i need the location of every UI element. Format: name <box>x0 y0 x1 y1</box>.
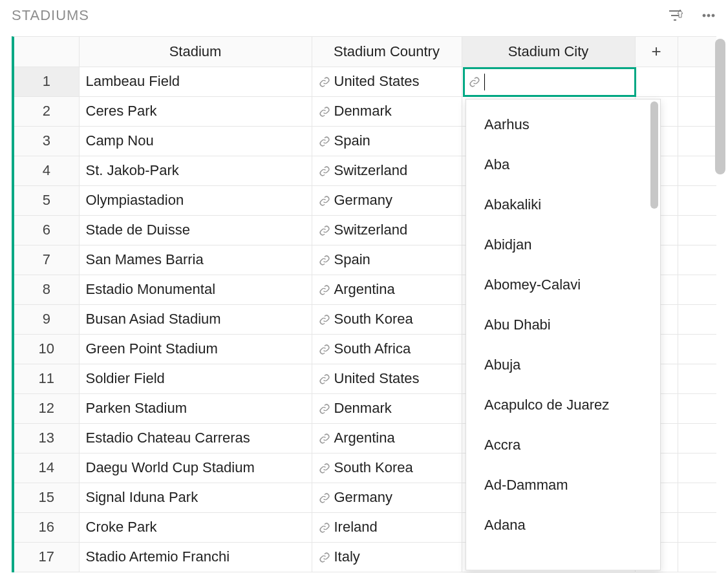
row-number-cell[interactable]: 4 <box>14 156 79 185</box>
row-number-cell[interactable]: 15 <box>14 483 79 512</box>
row-number-cell[interactable]: 11 <box>14 364 79 393</box>
stadium-cell[interactable]: Estadio Chateau Carreras <box>79 423 312 453</box>
row-number-header[interactable] <box>14 37 79 67</box>
stadium-cell[interactable]: Busan Asiad Stadium <box>79 304 312 334</box>
country-cell[interactable]: South Africa <box>312 334 462 364</box>
row-number-cell[interactable]: 2 <box>14 96 79 126</box>
row-number-cell[interactable]: 6 <box>14 215 79 245</box>
row-number-cell[interactable]: 9 <box>14 304 79 334</box>
dropdown-item[interactable]: Ad-Dammam <box>466 465 660 505</box>
stadium-cell[interactable]: Ceres Park <box>79 96 312 126</box>
country-cell[interactable]: Denmark <box>312 96 462 126</box>
country-cell[interactable]: South Korea <box>312 304 462 334</box>
svg-point-1 <box>707 14 710 17</box>
stadium-cell[interactable]: Green Point Stadium <box>79 334 312 364</box>
row-spacer <box>678 512 716 542</box>
row-spacer <box>678 304 716 334</box>
city-edit-cell[interactable] <box>463 67 636 97</box>
stadium-cell[interactable]: Camp Nou <box>79 126 312 156</box>
dropdown-item[interactable]: Aarhus <box>466 105 660 145</box>
dropdown-item[interactable]: Abu Dhabi <box>466 305 660 345</box>
column-header-country[interactable]: Stadium Country <box>312 37 462 67</box>
country-cell[interactable]: Switzerland <box>312 156 462 185</box>
country-cell[interactable]: Spain <box>312 126 462 156</box>
city-dropdown[interactable]: AarhusAbaAbakalikiAbidjanAbomey-CalaviAb… <box>466 99 661 570</box>
stadium-cell[interactable]: Olympiastadion <box>79 185 312 215</box>
dropdown-item[interactable]: Aba <box>466 145 660 185</box>
row-number-cell[interactable]: 3 <box>14 126 79 156</box>
page-scrollbar-thumb[interactable] <box>715 39 725 174</box>
country-cell[interactable]: United States <box>312 67 462 96</box>
dropdown-item[interactable]: Abuja <box>466 345 660 385</box>
table-title: STADIUMS <box>12 7 89 24</box>
country-value: Argentina <box>334 281 395 297</box>
country-cell[interactable]: South Korea <box>312 453 462 483</box>
link-icon <box>319 165 330 177</box>
row-spacer <box>678 364 716 393</box>
app-root: STADIUMS Stadium Stadium Country Stadium… <box>0 0 728 573</box>
page-scrollbar[interactable] <box>715 39 725 573</box>
stadium-cell[interactable]: St. Jakob-Park <box>79 156 312 185</box>
row-spacer <box>678 156 716 185</box>
country-cell[interactable]: Argentina <box>312 423 462 453</box>
row-number-cell[interactable]: 17 <box>14 542 79 572</box>
row-spacer <box>678 275 716 304</box>
stadium-cell[interactable]: Lambeau Field <box>79 67 312 96</box>
row-number-cell[interactable]: 13 <box>14 423 79 453</box>
row-spacer <box>678 185 716 215</box>
dropdown-item[interactable]: Accra <box>466 425 660 465</box>
country-value: Denmark <box>334 400 392 416</box>
stadium-cell[interactable]: Soldier Field <box>79 364 312 393</box>
dropdown-scrollbar-thumb[interactable] <box>650 101 658 209</box>
country-cell[interactable]: Switzerland <box>312 215 462 245</box>
link-icon <box>319 255 330 266</box>
stadium-cell[interactable]: San Mames Barria <box>79 245 312 275</box>
country-cell[interactable]: Germany <box>312 483 462 512</box>
stadium-cell[interactable]: Signal Iduna Park <box>79 483 312 512</box>
country-cell[interactable]: United States <box>312 364 462 393</box>
dropdown-item[interactable]: Abakaliki <box>466 185 660 225</box>
stadium-cell[interactable]: Daegu World Cup Stadium <box>79 453 312 483</box>
stadium-cell[interactable]: Stade de Duisse <box>79 215 312 245</box>
country-value: Spain <box>334 251 370 267</box>
filter-icon[interactable] <box>667 8 683 23</box>
row-number-cell[interactable]: 1 <box>14 67 79 96</box>
country-value: Germany <box>334 489 392 505</box>
add-column-button[interactable]: + <box>635 37 678 67</box>
dropdown-item[interactable]: Abomey-Calavi <box>466 265 660 305</box>
stadium-cell[interactable]: Estadio Monumental <box>79 275 312 304</box>
row-number-cell[interactable]: 8 <box>14 275 79 304</box>
row-number-cell[interactable]: 12 <box>14 393 79 423</box>
row-number-cell[interactable]: 10 <box>14 334 79 364</box>
dropdown-scrollbar[interactable] <box>650 101 658 568</box>
link-icon <box>319 403 330 415</box>
more-icon[interactable] <box>701 8 716 23</box>
country-value: United States <box>334 370 420 386</box>
country-cell[interactable]: Denmark <box>312 393 462 423</box>
country-cell[interactable]: Spain <box>312 245 462 275</box>
column-header-stadium[interactable]: Stadium <box>79 37 312 67</box>
row-number-cell[interactable]: 16 <box>14 512 79 542</box>
row-spacer <box>678 126 716 156</box>
country-cell[interactable]: Germany <box>312 185 462 215</box>
stadium-cell[interactable]: Parken Stadium <box>79 393 312 423</box>
country-cell[interactable]: Ireland <box>312 512 462 542</box>
stadium-cell[interactable]: Stadio Artemio Franchi <box>79 542 312 572</box>
stadium-cell[interactable]: Croke Park <box>79 512 312 542</box>
link-icon <box>319 314 330 326</box>
row-number-cell[interactable]: 7 <box>14 245 79 275</box>
dropdown-item[interactable]: Adana <box>466 505 660 545</box>
country-value: Italy <box>334 548 360 565</box>
link-icon <box>319 552 330 563</box>
row-spacer <box>678 215 716 245</box>
row-number-cell[interactable]: 14 <box>14 453 79 483</box>
country-value: Denmark <box>334 103 392 119</box>
column-header-city[interactable]: Stadium City <box>462 37 635 67</box>
country-cell[interactable]: Argentina <box>312 275 462 304</box>
dropdown-item[interactable]: Abidjan <box>466 225 660 265</box>
country-cell[interactable]: Italy <box>312 542 462 572</box>
row-number-cell[interactable]: 5 <box>14 185 79 215</box>
dropdown-item[interactable]: Acapulco de Juarez <box>466 385 660 425</box>
link-icon <box>319 225 330 236</box>
row-spacer <box>678 483 716 512</box>
